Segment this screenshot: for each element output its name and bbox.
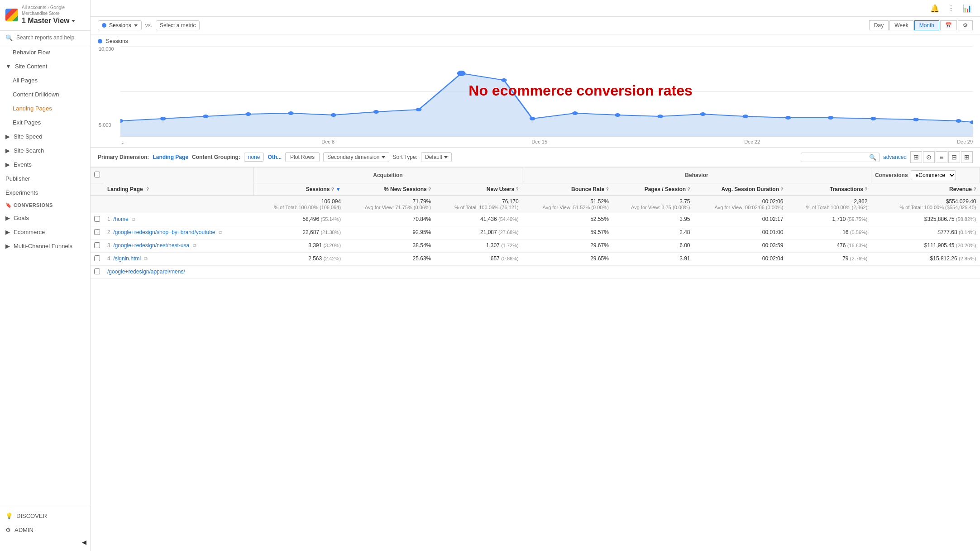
revenue-col-header[interactable]: Revenue ? bbox=[871, 183, 980, 196]
row2-copy-icon[interactable]: ⧉ bbox=[219, 230, 222, 235]
sessions-info: ? bbox=[331, 187, 334, 192]
sidebar-item-experiments[interactable]: Experiments bbox=[0, 186, 90, 200]
row4-copy-icon[interactable]: ⧉ bbox=[144, 256, 148, 261]
sessions-col-header[interactable]: Sessions ? ▼ bbox=[253, 183, 344, 196]
row1-checkbox[interactable] bbox=[91, 213, 104, 226]
list-view-button[interactable]: ≡ bbox=[936, 151, 947, 163]
main-content: 🔔 ⋮ 📊 Sessions vs. Select a metric Day W… bbox=[91, 0, 980, 551]
sidebar-item-ecommerce[interactable]: ▶ Ecommerce bbox=[0, 225, 90, 239]
sidebar-item-events[interactable]: ▶ Events bbox=[0, 158, 90, 172]
all-accounts-link[interactable]: All accounts bbox=[22, 5, 46, 10]
row4-page: 4. /signin.html ⧉ bbox=[104, 253, 253, 266]
sidebar-item-landing-pages[interactable]: Landing Pages bbox=[0, 101, 90, 115]
sidebar-item-site-content[interactable]: ▼ Site Content bbox=[0, 59, 90, 73]
conversions-section-label: 🔖 CONVERSIONS bbox=[0, 200, 90, 211]
sessions-metric-pill[interactable]: Sessions bbox=[98, 20, 142, 30]
svg-point-10 bbox=[416, 108, 422, 111]
conversions-type-select[interactable]: eCommerce bbox=[911, 170, 956, 180]
row4-new-users: 657 (0.86%) bbox=[435, 253, 522, 266]
row3-copy-icon[interactable]: ⧉ bbox=[193, 243, 196, 248]
other-dim-link[interactable]: Oth... bbox=[268, 154, 282, 160]
svg-point-7 bbox=[288, 111, 294, 115]
day-button[interactable]: Day bbox=[869, 20, 889, 30]
content-grouping-button[interactable]: none bbox=[244, 153, 264, 162]
bubble-view-button[interactable]: ⊙ bbox=[923, 151, 935, 163]
row5-page-link[interactable]: /google+redesign/apparel/mens/ bbox=[107, 268, 185, 275]
row5-pct-new-sessions bbox=[344, 266, 435, 279]
svg-point-20 bbox=[828, 116, 834, 120]
select-all-checkbox-header[interactable] bbox=[91, 168, 104, 183]
row5-checkbox[interactable] bbox=[91, 266, 104, 279]
row3-checkbox[interactable] bbox=[91, 240, 104, 253]
sidebar-item-behavior-flow[interactable]: Behavior Flow bbox=[0, 45, 90, 59]
sidebar-item-goals[interactable]: ▶ Goals bbox=[0, 211, 90, 225]
sidebar-item-site-speed[interactable]: ▶ Site Speed bbox=[0, 129, 90, 144]
total-checkbox bbox=[91, 196, 104, 213]
sidebar-item-content-drilldown[interactable]: Content Drilldown bbox=[0, 87, 90, 101]
week-button[interactable]: Week bbox=[889, 20, 913, 30]
chart-options-button[interactable]: ⚙ bbox=[958, 20, 973, 30]
sidebar-item-site-search[interactable]: ▶ Site Search bbox=[0, 144, 90, 158]
search-box[interactable]: 🔍 bbox=[0, 31, 90, 45]
chart-toolbar: Sessions vs. Select a metric Day Week Mo… bbox=[91, 17, 980, 34]
row2-page-link[interactable]: /google+redesign/shop+by+brand/youtube bbox=[113, 229, 215, 235]
select-metric-button[interactable]: Select a metric bbox=[156, 20, 200, 30]
new-users-col-header[interactable]: New Users ? bbox=[435, 183, 522, 196]
table-toolbar: Primary Dimension: Landing Page Content … bbox=[91, 147, 980, 167]
advanced-link[interactable]: advanced bbox=[883, 154, 907, 160]
row3-pct-new-sessions: 38.54% bbox=[344, 240, 435, 253]
row3-page-link[interactable]: /google+redesign/nest/nest-usa bbox=[113, 242, 189, 249]
svg-point-11 bbox=[457, 71, 466, 76]
landing-page-dim-link[interactable]: Landing Page bbox=[153, 154, 188, 160]
goals-label: Goals bbox=[14, 215, 29, 221]
pages-per-session-col-header[interactable]: Pages / Session ? bbox=[612, 183, 694, 196]
row5-page: /google+redesign/apparel/mens/ bbox=[104, 266, 253, 279]
sidebar-nav: Behavior Flow ▼ Site Content All Pages C… bbox=[0, 45, 90, 505]
more-options-icon[interactable]: ⋮ bbox=[946, 3, 956, 14]
sidebar-item-publisher[interactable]: Publisher bbox=[0, 172, 90, 186]
sidebar-item-discover[interactable]: 💡 DISCOVER bbox=[0, 509, 90, 523]
table-search-box[interactable]: 🔍 bbox=[801, 153, 880, 162]
share-icon[interactable]: 📊 bbox=[962, 3, 973, 14]
avg-session-duration-col-header[interactable]: Avg. Session Duration ? bbox=[694, 183, 787, 196]
row5-pages-per-session bbox=[612, 266, 694, 279]
svg-point-8 bbox=[330, 113, 336, 117]
grid-view-button[interactable]: ⊞ bbox=[910, 151, 922, 163]
google-analytics-logo bbox=[5, 9, 18, 21]
notification-icon[interactable]: 🔔 bbox=[929, 3, 940, 14]
row4-page-link[interactable]: /signin.html bbox=[113, 255, 141, 262]
pct-new-sessions-col-header[interactable]: % New Sessions ? bbox=[344, 183, 435, 196]
content-drilldown-label: Content Drilldown bbox=[13, 91, 59, 98]
pivot-view-button[interactable]: ⊞ bbox=[961, 151, 973, 163]
admin-label: ADMIN bbox=[14, 527, 33, 533]
view-name[interactable]: 1 Master View bbox=[22, 16, 85, 26]
search-input[interactable] bbox=[16, 34, 85, 41]
bounce-rate-col-header[interactable]: Bounce Rate ? bbox=[522, 183, 612, 196]
svg-point-22 bbox=[913, 118, 919, 121]
secondary-dimension-button[interactable]: Secondary dimension bbox=[323, 152, 389, 162]
table-search-icon[interactable]: 🔍 bbox=[869, 154, 876, 161]
row2-checkbox[interactable] bbox=[91, 226, 104, 240]
compare-view-button[interactable]: ⊟ bbox=[948, 151, 960, 163]
calendar-icon-button[interactable]: 📅 bbox=[940, 20, 957, 30]
transactions-col-header[interactable]: Transactions ? bbox=[787, 183, 871, 196]
x-label-dec8: Dec 8 bbox=[321, 139, 335, 144]
row1-copy-icon[interactable]: ⧉ bbox=[132, 216, 135, 222]
month-button[interactable]: Month bbox=[914, 20, 939, 30]
discover-label: DISCOVER bbox=[16, 513, 47, 519]
row3-sessions: 3,391 (3.20%) bbox=[253, 240, 344, 253]
sidebar-item-exit-pages[interactable]: Exit Pages bbox=[0, 115, 90, 129]
sidebar-item-all-pages[interactable]: All Pages bbox=[0, 73, 90, 87]
sort-type-button[interactable]: Default bbox=[421, 152, 452, 162]
row1-page-link[interactable]: /home bbox=[113, 216, 128, 222]
sidebar-collapse-button[interactable]: ◀ bbox=[0, 537, 90, 547]
sidebar-item-admin[interactable]: ⚙ ADMIN bbox=[0, 523, 90, 537]
admin-icon: ⚙ bbox=[5, 527, 11, 533]
site-search-label: Site Search bbox=[14, 147, 44, 154]
plot-rows-button[interactable]: Plot Rows bbox=[285, 152, 320, 162]
sidebar-item-multi-channel[interactable]: ▶ Multi-Channel Funnels bbox=[0, 239, 90, 253]
row4-checkbox[interactable] bbox=[91, 253, 104, 266]
content-grouping-label: Content Grouping: bbox=[192, 154, 240, 160]
table-search-input[interactable] bbox=[804, 154, 867, 160]
all-pages-label: All Pages bbox=[13, 77, 38, 84]
